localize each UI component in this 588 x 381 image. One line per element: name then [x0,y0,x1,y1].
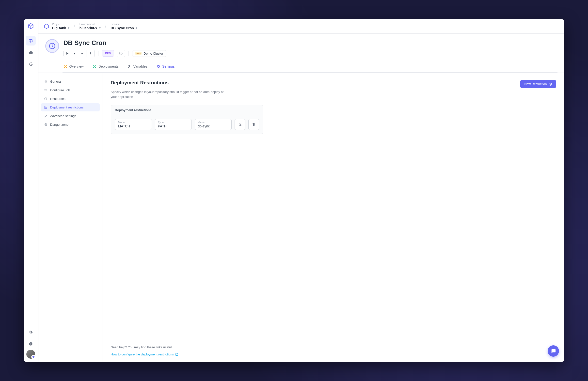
sidebar-item-configure-job[interactable]: Configure Job [41,86,100,94]
value-field[interactable]: Value db-sync [195,119,231,130]
chevron-down-icon: ▾ [68,26,69,30]
main-area: Project BigBank ▾ / Environment blueprin… [38,19,565,362]
svg-point-6 [44,89,45,90]
svg-point-7 [46,91,47,91]
cluster-name: Demo Cluster [144,52,163,55]
tab-settings[interactable]: Settings [155,61,176,72]
value-label: Value [198,121,229,124]
help-link-label: How to configure the deployment restrict… [111,352,174,356]
type-label: Type [158,121,189,124]
breadcrumb-service[interactable]: Service DB Sync Cron ▾ [111,23,137,30]
mode-field[interactable]: Mode MATCH [115,119,152,130]
divider [98,51,98,56]
breadcrumb-environment-value: blueprint-x [80,26,97,30]
settings-sidebar: ⚙ General Configure Job Resources [38,73,102,362]
panel-description: Specify which changes in your repository… [111,90,224,99]
user-avatar[interactable] [26,350,35,359]
external-link-icon [175,353,178,356]
rail-item-settings[interactable] [26,327,36,337]
tab-overview-label: Overview [69,64,84,68]
sidebar-item-danger-zone[interactable]: Danger zone [41,120,100,129]
cluster-chip[interactable]: aws Demo Cluster [132,50,166,57]
plus-circle-icon [549,82,552,86]
sidebar-item-general[interactable]: ⚙ General [41,78,100,86]
tab-deployments-label: Deployments [98,64,119,68]
restrictions-card: Deployment restrictions Mode MATCH Type … [111,105,263,134]
card-title: Deployment restrictions [111,105,263,115]
content-area: ⚙ General Configure Job Resources [38,73,565,362]
org-icon[interactable] [43,23,50,30]
breadcrumb-separator: / [105,24,106,29]
app-window: i Project BigBank ▾ / Environment bluepr… [24,19,565,362]
sidebar-item-resources[interactable]: Resources [41,95,100,103]
service-header: DB Sync Cron ▾ ⋮ DEV aws [38,34,565,73]
value-value: db-sync [198,124,229,128]
sidebar-item-label: Danger zone [50,123,68,126]
app-logo[interactable] [27,22,35,30]
new-restriction-label: New Restriction [524,82,547,86]
breadcrumb-environment[interactable]: Environment blueprint-x ▾ [80,23,101,30]
rail-item-info[interactable]: i [26,339,36,349]
play-dropdown-button[interactable]: ▾ [71,50,78,57]
tab-variables[interactable]: Variables [126,61,148,72]
edit-restriction-button[interactable] [234,119,245,130]
svg-rect-8 [45,98,46,100]
breadcrumb-project-label: Project [52,23,70,26]
type-field[interactable]: Type PATH [155,119,192,130]
rail-item-history[interactable] [26,59,36,69]
cluster-provider-badge: aws [135,52,142,55]
rail-item-cloud[interactable] [26,47,36,57]
key-icon [127,64,131,68]
help-text: Need help? You may find these links usef… [111,345,556,349]
tab-settings-label: Settings [162,64,175,68]
chevron-down-icon: ▾ [99,26,101,30]
skull-icon [44,123,48,126]
sidebar-item-label: General [50,80,62,83]
clock-chip-icon[interactable] [117,50,125,57]
tab-overview[interactable]: Overview [63,61,85,72]
type-value: PATH [158,124,189,128]
chat-support-button[interactable] [548,345,559,357]
chart-icon [44,106,48,109]
sidebar-item-label: Advanced settings [50,114,76,118]
more-actions-button[interactable]: ⋮ [86,50,95,57]
sliders-icon [44,89,48,92]
svg-text:i: i [31,343,31,345]
breadcrumb-project[interactable]: Project BigBank ▾ [52,23,70,30]
tools-icon [44,114,48,118]
breadcrumb-environment-label: Environment [80,23,101,26]
left-rail: i [24,19,38,362]
action-button-group: ▾ ⋮ [63,50,95,57]
breadcrumb-separator: / [74,24,75,29]
delete-restriction-button[interactable] [248,119,259,130]
help-link[interactable]: How to configure the deployment restrict… [111,352,556,356]
new-restriction-button[interactable]: New Restriction [520,80,556,88]
breadcrumb-service-value: DB Sync Cron [111,26,134,30]
divider [128,51,129,56]
gear-icon: ⚙ [44,80,48,83]
service-tabs: Overview Deployments Variables [63,61,558,73]
sidebar-item-deployment-restrictions[interactable]: Deployment restrictions [41,103,100,111]
sidebar-item-label: Resources [50,97,65,100]
breadcrumb-bar: Project BigBank ▾ / Environment blueprin… [38,19,565,34]
tab-deployments[interactable]: Deployments [92,61,120,72]
env-chip[interactable]: DEV [102,50,114,57]
sidebar-item-label: Configure Job [50,88,70,92]
help-section: Need help? You may find these links usef… [111,341,556,356]
check-circle-icon [63,64,67,68]
chevron-down-icon: ▾ [136,26,137,30]
breadcrumb-project-value: BigBank [52,26,66,30]
tab-variables-label: Variables [133,64,147,68]
panel-title: Deployment Restrictions [111,80,169,86]
play-button[interactable] [64,50,71,57]
rail-item-stack[interactable] [26,36,36,45]
stop-button[interactable] [78,50,86,57]
sidebar-item-advanced-settings[interactable]: Advanced settings [41,112,100,120]
service-clock-icon [45,39,59,53]
sidebar-item-label: Deployment restrictions [50,105,84,109]
settings-panel: Deployment Restrictions New Restriction … [102,73,565,362]
breadcrumb-service-label: Service [111,23,137,26]
mode-label: Mode [118,121,149,124]
check-circle-icon [93,64,97,68]
chip-icon [44,97,48,100]
